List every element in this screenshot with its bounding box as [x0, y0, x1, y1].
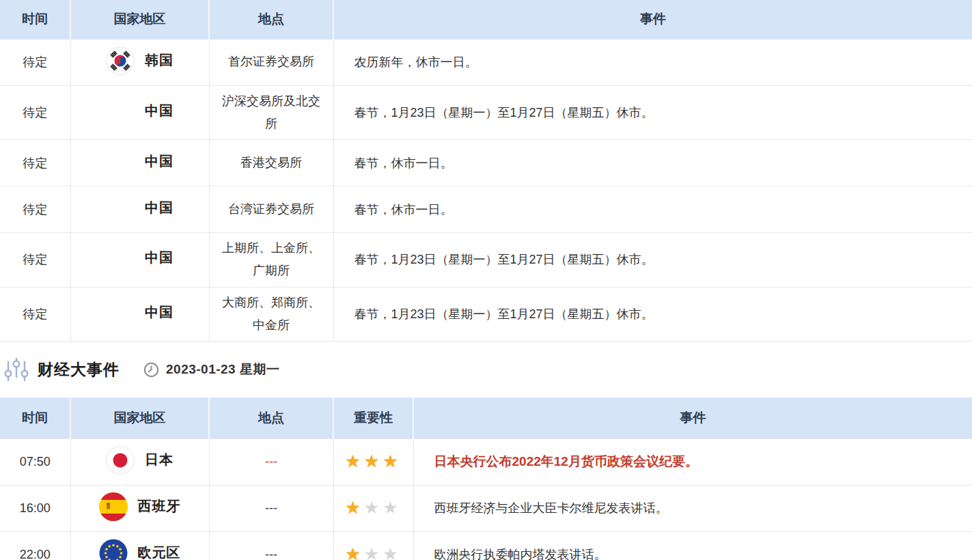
star-icon: ★	[345, 544, 363, 560]
time-cell: 待定	[0, 186, 70, 233]
country-name: 韩国	[145, 51, 173, 70]
filter-sliders-icon	[4, 356, 29, 383]
star-icon: ★	[345, 498, 363, 517]
holiday-row: 待定中国沪深交易所及北交所春节，1月23日（星期一）至1月27日（星期五）休市。	[0, 85, 972, 140]
holiday-row: 待定中国大商所、郑商所、中金所春节，1月23日（星期一）至1月27日（星期五）休…	[0, 287, 972, 341]
location-cell: 沪深交易所及北交所	[209, 85, 333, 140]
country-cell: 中国	[70, 233, 209, 288]
importance-stars: ★★★	[333, 438, 413, 485]
economic-calendar-page: 时间国家地区地点事件 待定 韩国首尔证券交易所农历新年，休市一日。待定中国沪深交…	[0, 0, 972, 560]
event-cell: 春节，1月23日（星期一）至1月27日（星期五）休市。	[333, 233, 972, 288]
country-cell: 中国	[70, 85, 209, 140]
event-cell: 西班牙经济与企业大臣卡尔维尼发表讲话。	[413, 485, 972, 531]
eu-flag-icon	[99, 539, 128, 560]
location-cell: ---	[209, 438, 333, 485]
holiday-row: 待定中国上期所、上金所、广期所春节，1月23日（星期一）至1月27日（星期五）休…	[0, 233, 972, 288]
event-cell: 日本央行公布2022年12月货币政策会议纪要。	[413, 438, 972, 485]
star-icon: ★	[364, 544, 383, 560]
time-cell: 07:50	[0, 438, 70, 485]
country-cell: 中国	[70, 186, 209, 233]
importance-stars: ★★★	[333, 485, 413, 531]
spain-flag-icon	[99, 492, 128, 521]
star-icon: ★	[364, 451, 383, 471]
column-header: 国家地区	[70, 0, 209, 39]
event-row: 22:00 欧元区---★★★欧洲央行执委帕内塔发表讲话。	[0, 531, 972, 560]
star-icon: ★	[383, 451, 401, 471]
location-cell: 台湾证券交易所	[209, 186, 333, 233]
column-header: 国家地区	[70, 397, 209, 438]
star-icon: ★	[345, 451, 363, 471]
event-cell: 春节，1月23日（星期一）至1月27日（星期五）休市。	[333, 287, 972, 341]
location-cell: ---	[209, 531, 333, 560]
event-cell: 欧洲央行执委帕内塔发表讲话。	[413, 531, 972, 560]
column-header: 事件	[413, 397, 972, 438]
event-cell: 春节，休市一日。	[333, 140, 972, 186]
country-name: 欧元区	[138, 544, 181, 560]
country-name: 中国	[145, 249, 173, 267]
country-cell: 韩国	[70, 39, 209, 85]
column-header: 时间	[0, 0, 70, 39]
column-header: 地点	[209, 397, 333, 438]
section-date: 2023-01-23 星期一	[166, 361, 279, 378]
time-cell: 待定	[0, 140, 70, 186]
column-header: 时间	[0, 397, 70, 438]
country-name: 中国	[145, 199, 173, 217]
time-cell: 待定	[0, 287, 70, 341]
star-icon: ★	[383, 544, 401, 560]
star-icon: ★	[364, 498, 383, 517]
time-cell: 待定	[0, 233, 70, 288]
location-cell: 大商所、郑商所、中金所	[209, 287, 333, 341]
holiday-table-header-row: 时间国家地区地点事件	[0, 0, 972, 39]
section-header: 财经大事件 2023-01-23 星期一	[0, 341, 972, 397]
country-name: 中国	[145, 102, 173, 120]
time-cell: 22:00	[0, 531, 70, 560]
event-cell: 春节，休市一日。	[333, 186, 972, 233]
country-cell: 欧元区	[70, 531, 209, 560]
event-row: 16:00 西班牙---★★★西班牙经济与企业大臣卡尔维尼发表讲话。	[0, 485, 972, 531]
location-cell: ---	[209, 485, 333, 531]
time-cell: 待定	[0, 39, 70, 85]
column-header: 地点	[209, 0, 333, 39]
event-row: 07:50 日本---★★★日本央行公布2022年12月货币政策会议纪要。	[0, 438, 972, 485]
time-cell: 待定	[0, 85, 70, 140]
clock-icon	[143, 361, 160, 378]
event-cell: 农历新年，休市一日。	[333, 39, 972, 85]
country-cell: 西班牙	[70, 485, 209, 531]
holiday-table: 时间国家地区地点事件 待定 韩国首尔证券交易所农历新年，休市一日。待定中国沪深交…	[0, 0, 972, 341]
country-name: 中国	[145, 303, 173, 322]
location-cell: 首尔证券交易所	[209, 39, 333, 85]
holiday-row: 待定 韩国首尔证券交易所农历新年，休市一日。	[0, 39, 972, 85]
events-table-header-row: 时间国家地区地点重要性事件	[0, 397, 972, 438]
country-name: 日本	[145, 451, 173, 469]
country-name: 西班牙	[138, 497, 181, 516]
location-cell: 上期所、上金所、广期所	[209, 233, 333, 288]
country-cell: 中国	[70, 287, 209, 341]
column-header: 重要性	[333, 397, 413, 438]
importance-stars: ★★★	[333, 531, 413, 560]
south-korea-flag-icon	[106, 46, 135, 75]
section-title: 财经大事件	[38, 359, 120, 380]
event-cell: 春节，1月23日（星期一）至1月27日（星期五）休市。	[333, 85, 972, 140]
events-table: 时间国家地区地点重要性事件 07:50 日本---★★★日本央行公布2022年1…	[0, 397, 972, 560]
country-cell: 日本	[70, 438, 209, 485]
location-cell: 香港交易所	[209, 140, 333, 186]
japan-flag-icon	[106, 446, 135, 475]
country-name: 中国	[145, 152, 173, 171]
star-icon: ★	[383, 498, 401, 517]
column-header: 事件	[333, 0, 972, 39]
holiday-row: 待定中国台湾证券交易所春节，休市一日。	[0, 186, 972, 233]
holiday-row: 待定中国香港交易所春节，休市一日。	[0, 140, 972, 186]
country-cell: 中国	[70, 140, 209, 186]
time-cell: 16:00	[0, 485, 70, 531]
